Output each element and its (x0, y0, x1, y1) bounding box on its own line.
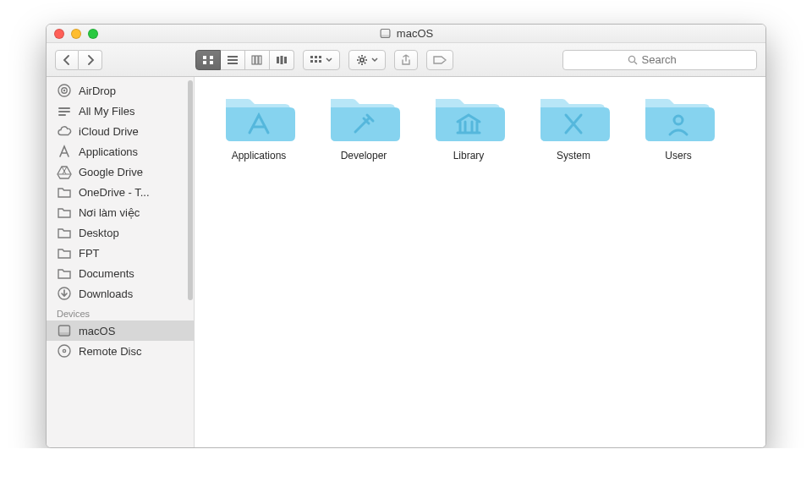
view-list-button[interactable] (221, 50, 245, 70)
sidebar-item-icloud-drive[interactable]: iCloud Drive (47, 121, 194, 141)
sidebar-item-downloads[interactable]: Downloads (47, 283, 194, 304)
svg-rect-12 (203, 56, 206, 59)
disk-icon (57, 323, 72, 338)
folder-icon (222, 92, 295, 143)
sidebar-item-documents[interactable]: Documents (47, 263, 194, 283)
search-field[interactable] (562, 50, 757, 70)
chevron-down-icon (326, 58, 332, 63)
view-columns-button[interactable] (245, 50, 270, 70)
folder-system[interactable]: System (521, 92, 626, 162)
folder-icon (57, 245, 72, 260)
window-title: macOS (47, 27, 765, 40)
chevron-down-icon (371, 58, 378, 63)
svg-line-38 (359, 62, 359, 63)
sidebar-item-fpt[interactable]: FPT (47, 243, 194, 263)
svg-point-40 (628, 56, 634, 62)
svg-rect-27 (319, 56, 321, 58)
apps-icon (57, 144, 72, 159)
share-button[interactable] (394, 50, 418, 70)
folder-icon (432, 92, 505, 143)
sidebar-item-label: Remote Disc (79, 345, 141, 358)
svg-rect-28 (310, 60, 313, 63)
sidebar-item-airdrop[interactable]: AirDrop (47, 80, 194, 101)
sidebar-item-label: macOS (79, 325, 115, 337)
search-icon (628, 55, 638, 65)
sidebar-item-google-drive[interactable]: Google Drive (47, 162, 194, 182)
allfiles-icon (57, 103, 72, 118)
grid-icon (202, 55, 214, 65)
sidebar-item-label: Documents (79, 267, 134, 280)
svg-rect-23 (281, 56, 283, 64)
folder-icon (57, 205, 72, 220)
columns-icon (251, 55, 263, 65)
sidebar-item-label: Google Drive (79, 166, 143, 178)
folder-icon (327, 92, 400, 143)
folder-applications[interactable]: Applications (206, 92, 311, 162)
remotedisc-icon (57, 343, 72, 359)
svg-point-31 (360, 58, 364, 61)
folder-library[interactable]: Library (416, 92, 521, 162)
zoom-button[interactable] (88, 29, 98, 39)
svg-rect-25 (310, 56, 313, 58)
sidebar-item-label: FPT (79, 247, 100, 260)
sidebar-item-all-my-files[interactable]: All My Files (47, 101, 194, 121)
share-icon (401, 54, 411, 66)
svg-rect-15 (210, 61, 213, 64)
svg-line-39 (365, 56, 365, 57)
folder-label: Developer (341, 150, 387, 162)
folder-icon (57, 225, 72, 240)
svg-rect-29 (315, 60, 317, 63)
gdrive-icon (57, 164, 72, 179)
sidebar-item-label: OneDrive - T... (79, 186, 150, 199)
svg-rect-22 (277, 57, 279, 63)
folder-icon (537, 92, 610, 143)
folder-developer[interactable]: Developer (311, 92, 416, 162)
close-button[interactable] (54, 29, 64, 39)
action-button[interactable] (348, 50, 386, 70)
sidebar-scrollbar[interactable] (188, 80, 193, 300)
back-button[interactable] (55, 50, 79, 70)
svg-line-36 (359, 56, 359, 57)
minimize-button[interactable] (71, 29, 81, 39)
forward-button[interactable] (79, 50, 102, 70)
tags-button[interactable] (426, 50, 453, 70)
view-group (195, 50, 294, 70)
sidebar-item-applications[interactable]: Applications (47, 141, 194, 162)
folder-icon (642, 92, 715, 143)
folder-users[interactable]: Users (626, 92, 731, 162)
svg-rect-20 (255, 56, 258, 64)
sidebar-item-label: Desktop (79, 227, 119, 239)
list-icon (227, 55, 239, 65)
sidebar: AirDropAll My FilesiCloud DriveApplicati… (47, 77, 195, 447)
window-title-text: macOS (397, 27, 433, 40)
disk-icon (379, 27, 392, 40)
sidebar-item-n-i-l-m-vi-c[interactable]: Nơi làm việc (47, 202, 194, 222)
toolbar (47, 43, 765, 77)
sidebar-item-label: iCloud Drive (79, 125, 139, 138)
arrange-button[interactable] (303, 50, 340, 70)
chevron-right-icon (86, 55, 95, 65)
gear-icon (356, 54, 368, 66)
svg-line-41 (634, 62, 637, 64)
search-input[interactable] (642, 53, 693, 66)
downloads-icon (57, 286, 72, 301)
folder-icon (57, 266, 72, 281)
svg-rect-18 (228, 63, 238, 64)
window-body: AirDropAll My FilesiCloud DriveApplicati… (47, 77, 765, 447)
icloud-icon (57, 123, 72, 139)
view-icons-button[interactable] (195, 50, 221, 70)
sidebar-item-label: AirDrop (79, 85, 116, 97)
sidebar-item-desktop[interactable]: Desktop (47, 222, 194, 243)
svg-rect-13 (210, 56, 213, 59)
svg-rect-17 (228, 59, 238, 61)
view-coverflow-button[interactable] (270, 50, 294, 70)
sidebar-section-devices: Devices (47, 304, 194, 320)
svg-rect-30 (319, 60, 321, 63)
sidebar-item-onedrive-t-[interactable]: OneDrive - T... (47, 182, 194, 202)
content-area[interactable]: ApplicationsDeveloperLibrarySystemUsers (195, 77, 765, 447)
nav-group (55, 50, 102, 70)
sidebar-item-macos[interactable]: macOS (47, 320, 194, 341)
folder-label: Applications (232, 150, 287, 162)
coverflow-icon (276, 55, 288, 65)
sidebar-item-remote-disc[interactable]: Remote Disc (47, 341, 194, 361)
